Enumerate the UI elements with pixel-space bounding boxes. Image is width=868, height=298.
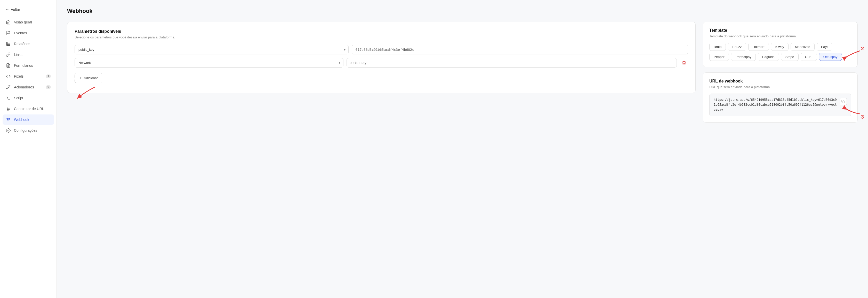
template-btn-octuspay[interactable]: Octuspay	[819, 53, 842, 61]
sidebar-label-acionadores: Acionadores	[14, 85, 34, 89]
sidebar-label-script: Script	[14, 96, 23, 100]
sidebar-label-pixels: Pixels	[14, 74, 24, 78]
main-content: Webhook Parâmetros disponíveis Selecione…	[57, 0, 868, 298]
annotation-1-arrow	[72, 84, 103, 100]
pixels-badge: 1	[46, 74, 51, 78]
template-btn-pagueio[interactable]: Pagueio	[758, 53, 779, 61]
sidebar-item-construtor-url[interactable]: Construtor de URL	[3, 104, 54, 114]
delete-param-button[interactable]	[680, 59, 688, 67]
code-icon	[6, 74, 11, 79]
url-title: URL de webhook	[709, 79, 851, 84]
template-card: Template Template do webhook que será en…	[703, 22, 858, 67]
svg-rect-1	[6, 42, 10, 46]
param-select-2[interactable]: Network public_key	[74, 58, 343, 68]
svg-point-13	[8, 130, 9, 131]
param-row-1: public_key Network ▾	[74, 45, 688, 55]
param-input-1[interactable]	[352, 45, 688, 55]
flag-icon	[6, 30, 11, 36]
params-panel-title: Parâmetros disponíveis	[74, 29, 688, 34]
home-icon	[6, 20, 11, 25]
back-label: Voltar	[11, 7, 20, 11]
rocket-icon	[6, 85, 11, 90]
hash-icon	[6, 106, 11, 111]
sidebar-item-script[interactable]: Script	[3, 93, 54, 103]
webhook-url: https://jstrc.app/w/65491d955cda17d818c4…	[714, 97, 837, 112]
add-param-button[interactable]: ＋ Adicionar	[74, 73, 102, 83]
right-panel: Template Template do webhook que será en…	[703, 22, 858, 123]
url-card: URL de webhook URL que será enviada para…	[703, 72, 858, 123]
svg-line-10	[7, 107, 8, 110]
template-btn-braip[interactable]: Braip	[709, 43, 726, 51]
sidebar-label-webhook: Webhook	[14, 118, 29, 122]
annotation-3-container: 3	[842, 104, 863, 120]
terminal-icon	[6, 95, 11, 101]
annotation-3-arrow	[842, 104, 863, 119]
url-subtitle: URL que será enviada para a plataforma.	[709, 85, 851, 89]
template-btn-stripe[interactable]: Stripe	[781, 53, 799, 61]
annotation-2-arrow	[842, 46, 863, 61]
template-title: Template	[709, 28, 851, 33]
param-row-2: Network public_key ▾	[74, 58, 688, 68]
sidebar-nav: Visão geral Eventos Relatórios	[0, 17, 57, 136]
sidebar-label-construtor-url: Construtor de URL	[14, 107, 44, 111]
params-panel: Parâmetros disponíveis Selecione os parâ…	[67, 22, 695, 93]
sidebar-item-acionadores[interactable]: Acionadores 5	[3, 82, 54, 92]
sidebar-item-relatorios[interactable]: Relatórios	[3, 39, 54, 49]
annotation-2-label: 2	[861, 46, 864, 52]
acionadores-badge: 5	[46, 85, 51, 89]
template-btn-monetizze[interactable]: Monetizze	[790, 43, 814, 51]
sidebar-item-formularios[interactable]: Formulários	[3, 60, 54, 71]
sidebar-label-eventos: Eventos	[14, 31, 27, 35]
annotation-3-label: 3	[861, 114, 864, 120]
template-btn-payt[interactable]: Payt	[817, 43, 832, 51]
template-buttons: Braip Eduzz Hotmart Kiwify Monetizze Pay…	[709, 43, 851, 61]
template-btn-perfectpay[interactable]: Perfectpay	[731, 53, 756, 61]
bar-chart-icon	[6, 41, 11, 46]
sidebar-item-webhook[interactable]: Webhook	[3, 114, 54, 125]
add-label: Adicionar	[84, 76, 98, 80]
sidebar-label-relatorios: Relatórios	[14, 42, 30, 46]
sidebar-item-links[interactable]: Links	[3, 49, 54, 60]
sidebar-item-pixels[interactable]: Pixels 1	[3, 71, 54, 81]
template-subtitle: Template do webhook que será enviado par…	[709, 34, 851, 38]
wifi-icon	[6, 117, 11, 122]
sidebar-label-links: Links	[14, 53, 23, 57]
sidebar-label-configuracoes: Configurações	[14, 128, 37, 133]
url-box: https://jstrc.app/w/65491d955cda17d818c4…	[709, 94, 851, 116]
param-input-2[interactable]	[346, 58, 677, 68]
sidebar-item-visao-geral[interactable]: Visão geral	[3, 17, 54, 27]
svg-rect-14	[843, 101, 845, 103]
template-btn-kiwify[interactable]: Kiwify	[771, 43, 788, 51]
annotation-2-container: 2	[842, 46, 863, 62]
template-btn-pepper[interactable]: Pepper	[709, 53, 729, 61]
add-icon: ＋	[79, 75, 82, 80]
file-text-icon	[6, 63, 11, 68]
settings-icon	[6, 128, 11, 133]
sidebar-label-formularios: Formulários	[14, 63, 33, 68]
param-select-wrapper-2: Network public_key ▾	[74, 58, 343, 68]
sidebar-item-eventos[interactable]: Eventos	[3, 28, 54, 38]
param-select-1[interactable]: public_key Network	[74, 45, 349, 55]
sidebar-item-configuracoes[interactable]: Configurações	[3, 125, 54, 136]
back-arrow-icon: ←	[5, 7, 9, 12]
link-icon	[6, 52, 11, 57]
template-btn-hotmart[interactable]: Hotmart	[748, 43, 769, 51]
page-title: Webhook	[67, 8, 858, 14]
sidebar: ← Voltar Visão geral Eventos	[0, 0, 57, 298]
params-panel-subtitle: Selecione os parâmetros que você deseja …	[74, 35, 688, 39]
template-btn-guru[interactable]: Guru	[801, 53, 817, 61]
svg-line-11	[9, 107, 9, 110]
sidebar-label-visao-geral: Visão geral	[14, 20, 32, 24]
content-row: Parâmetros disponíveis Selecione os parâ…	[67, 22, 858, 123]
back-button[interactable]: ← Voltar	[0, 5, 57, 17]
param-select-wrapper-1: public_key Network ▾	[74, 45, 349, 55]
template-btn-eduzz[interactable]: Eduzz	[728, 43, 746, 51]
